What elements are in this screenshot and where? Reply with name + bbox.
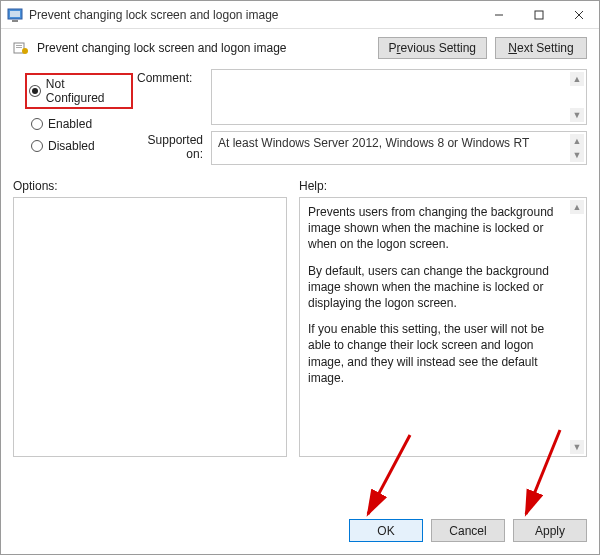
radio-disabled[interactable]: Disabled xyxy=(31,139,133,153)
radio-not-configured[interactable]: Not Configured xyxy=(29,77,125,105)
window: Prevent changing lock screen and logon i… xyxy=(0,0,600,555)
radio-enabled[interactable]: Enabled xyxy=(31,117,133,131)
cancel-button[interactable]: Cancel xyxy=(431,519,505,542)
policy-icon xyxy=(13,40,29,56)
scroll-up-icon[interactable]: ▲ xyxy=(570,72,584,86)
help-paragraph: By default, users can change the backgro… xyxy=(308,263,568,312)
svg-rect-1 xyxy=(10,11,20,17)
radio-icon xyxy=(29,85,41,97)
maximize-button[interactable] xyxy=(519,1,559,28)
options-panel xyxy=(13,197,287,457)
scroll-up-icon[interactable]: ▲ xyxy=(570,200,584,214)
supported-on-text: At least Windows Server 2012, Windows 8 … xyxy=(218,136,529,150)
scroll-down-icon[interactable]: ▼ xyxy=(570,148,584,162)
help-label: Help: xyxy=(299,179,327,193)
state-radios: Not Configured Enabled Disabled xyxy=(13,69,133,165)
dialog-buttons: OK Cancel Apply xyxy=(1,509,599,554)
next-setting-button[interactable]: Next Setting xyxy=(495,37,587,59)
svg-point-10 xyxy=(22,48,28,54)
radio-label: Enabled xyxy=(48,117,92,131)
window-controls xyxy=(479,1,599,28)
scroll-up-icon[interactable]: ▲ xyxy=(570,134,584,148)
svg-rect-8 xyxy=(16,45,22,46)
supported-on-box: At least Windows Server 2012, Windows 8 … xyxy=(211,131,587,165)
window-title: Prevent changing lock screen and logon i… xyxy=(29,8,479,22)
section-headers: Options: Help: xyxy=(1,165,599,197)
svg-rect-4 xyxy=(535,11,543,19)
close-button[interactable] xyxy=(559,1,599,28)
help-paragraph: Prevents users from changing the backgro… xyxy=(308,204,568,253)
svg-rect-9 xyxy=(16,47,22,48)
toolbar: Prevent changing lock screen and logon i… xyxy=(1,29,599,69)
radio-not-configured-highlight: Not Configured xyxy=(25,73,133,109)
svg-rect-2 xyxy=(12,20,18,22)
titlebar: Prevent changing lock screen and logon i… xyxy=(1,1,599,29)
supported-label: Supported on: xyxy=(137,131,207,165)
comment-textarea[interactable]: ▲ ▼ xyxy=(211,69,587,125)
app-icon xyxy=(7,7,23,23)
radio-label: Not Configured xyxy=(46,77,125,105)
radio-label: Disabled xyxy=(48,139,95,153)
minimize-button[interactable] xyxy=(479,1,519,28)
scroll-down-icon[interactable]: ▼ xyxy=(570,108,584,122)
ok-button[interactable]: OK xyxy=(349,519,423,542)
panels: Prevents users from changing the backgro… xyxy=(1,197,599,509)
radio-icon xyxy=(31,118,43,130)
scroll-down-icon[interactable]: ▼ xyxy=(570,440,584,454)
comment-label: Comment: xyxy=(137,69,207,125)
help-paragraph: If you enable this setting, the user wil… xyxy=(308,321,568,386)
options-label: Options: xyxy=(13,179,287,193)
radio-icon xyxy=(31,140,43,152)
policy-heading: Prevent changing lock screen and logon i… xyxy=(37,41,287,55)
apply-button[interactable]: Apply xyxy=(513,519,587,542)
settings-grid: Not Configured Enabled Disabled Comment:… xyxy=(1,69,599,165)
help-panel: Prevents users from changing the backgro… xyxy=(299,197,587,457)
previous-setting-button[interactable]: Previous Setting xyxy=(378,37,487,59)
